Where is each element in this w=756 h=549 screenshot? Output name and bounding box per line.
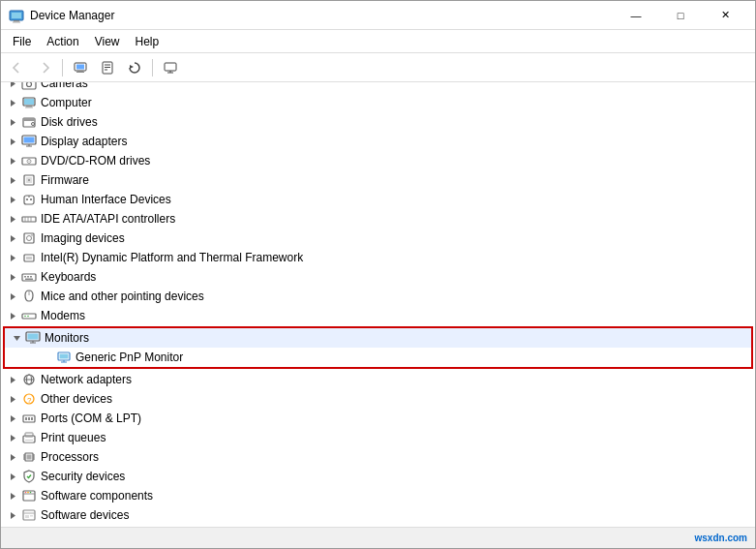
back-button[interactable]	[5, 57, 30, 78]
expand-icon-firmware	[5, 172, 20, 188]
label-ports: Ports (COM & LPT)	[41, 412, 141, 425]
label-software-components: Software components	[41, 489, 153, 503]
svg-rect-38	[24, 137, 35, 143]
svg-marker-45	[11, 177, 15, 184]
tree-item-ports[interactable]: Ports (COM & LPT)	[1, 409, 755, 428]
svg-rect-2	[14, 20, 19, 22]
tree-item-intel[interactable]: Intel(R) Dynamic Platform and Thermal Fr…	[1, 248, 755, 267]
expand-icon-computer	[5, 95, 20, 110]
label-computer: Computer	[41, 96, 92, 109]
icon-processors	[21, 449, 37, 465]
display-button[interactable]	[158, 57, 183, 78]
svg-point-119	[30, 492, 32, 494]
tree-item-generic-monitor[interactable]: Generic PnP Monitor	[5, 348, 751, 367]
expand-icon-modems	[5, 308, 20, 323]
svg-marker-36	[11, 138, 15, 145]
icon-generic-monitor	[56, 350, 72, 365]
svg-rect-65	[26, 257, 32, 259]
svg-rect-84	[60, 354, 69, 359]
svg-rect-24	[22, 82, 36, 89]
icon-security	[21, 469, 37, 484]
toolbar	[1, 53, 755, 82]
svg-rect-3	[13, 21, 20, 22]
expand-icon-hid	[5, 192, 20, 207]
tree-item-display[interactable]: Display adapters	[1, 132, 755, 151]
expand-icon-imaging	[5, 230, 20, 246]
close-button[interactable]: ✕	[703, 1, 747, 30]
label-software-devices: Software devices	[41, 508, 129, 522]
tree-item-security[interactable]: Security devices	[1, 467, 755, 486]
tree-item-network[interactable]: Network adapters	[1, 370, 755, 389]
tree-item-firmware[interactable]: Firmware	[1, 170, 755, 190]
svg-rect-71	[25, 279, 33, 281]
icon-disk	[21, 114, 37, 130]
svg-marker-113	[11, 473, 15, 480]
label-modems: Modems	[41, 309, 85, 322]
svg-point-117	[25, 492, 27, 494]
tree-item-mice[interactable]: Mice and other pointing devices	[1, 287, 755, 306]
icon-dvd	[21, 153, 37, 168]
expand-icon-dvd	[5, 153, 20, 168]
svg-marker-27	[11, 100, 15, 107]
tree-item-monitors[interactable]: Monitors	[5, 328, 751, 348]
window-title: Device Manager	[30, 9, 614, 22]
minimize-button[interactable]: —	[614, 1, 658, 30]
svg-rect-55	[22, 217, 36, 222]
svg-rect-80	[28, 334, 39, 340]
svg-marker-63	[11, 255, 15, 261]
svg-rect-13	[165, 63, 176, 71]
svg-rect-70	[30, 276, 32, 278]
tree-item-hid[interactable]: Human Interface Devices	[1, 190, 755, 209]
svg-point-44	[29, 161, 30, 162]
expand-icon-software-devices	[5, 507, 20, 523]
svg-marker-91	[11, 396, 15, 403]
tree-item-imaging[interactable]: Imaging devices	[1, 229, 755, 248]
svg-marker-99	[11, 435, 15, 442]
svg-rect-123	[25, 515, 29, 518]
tree-item-other[interactable]: ?Other devices	[1, 389, 755, 409]
maximize-button[interactable]: □	[658, 1, 703, 30]
menu-view[interactable]: View	[87, 33, 128, 50]
svg-point-62	[31, 234, 33, 236]
svg-point-52	[26, 198, 28, 200]
label-intel: Intel(R) Dynamic Platform and Thermal Fr…	[41, 251, 303, 264]
icon-network	[21, 372, 37, 387]
expand-icon-display	[5, 134, 20, 149]
tree-item-computer[interactable]: Computer	[1, 93, 755, 112]
refresh-button[interactable]	[122, 57, 147, 78]
tree-item-disk[interactable]: Disk drives	[1, 112, 755, 132]
svg-rect-75	[22, 314, 36, 319]
tree-item-keyboards[interactable]: Keyboards	[1, 267, 755, 287]
menu-file[interactable]: File	[5, 33, 39, 50]
label-security: Security devices	[41, 470, 125, 483]
icon-other: ?	[21, 391, 37, 407]
tree-item-dvd[interactable]: DVD/CD-ROM drives	[1, 151, 755, 170]
status-logo: wsxdn.com	[695, 533, 747, 543]
toolbar-separator-1	[62, 59, 63, 76]
expand-icon-disk	[5, 114, 20, 130]
icon-mice	[21, 289, 37, 304]
tree-item-processors[interactable]: Processors	[1, 447, 755, 467]
device-tree[interactable]: Audio inputs and outputsBatteriesBluetoo…	[1, 82, 755, 527]
menu-help[interactable]: Help	[128, 33, 167, 50]
computer-button[interactable]	[68, 57, 93, 78]
svg-rect-96	[25, 417, 27, 420]
svg-rect-97	[28, 417, 30, 420]
svg-marker-72	[11, 293, 15, 300]
expand-icon-cameras	[5, 82, 20, 91]
tree-item-ide[interactable]: IDE ATA/ATAPI controllers	[1, 209, 755, 229]
tree-item-print[interactable]: Print queues	[1, 428, 755, 447]
tree-item-modems[interactable]: Modems	[1, 306, 755, 325]
svg-point-118	[27, 492, 29, 494]
tree-item-software-components[interactable]: Software components	[1, 486, 755, 505]
svg-marker-87	[11, 377, 15, 383]
svg-rect-124	[30, 515, 33, 517]
forward-button[interactable]	[32, 57, 57, 78]
svg-marker-54	[11, 216, 15, 223]
expand-icon-monitors	[9, 330, 24, 346]
properties-button[interactable]	[95, 57, 120, 78]
menu-action[interactable]: Action	[39, 33, 86, 50]
tree-item-software-devices[interactable]: Software devices	[1, 505, 755, 525]
window-controls: — □ ✕	[614, 1, 747, 30]
tree-item-cameras[interactable]: Cameras	[1, 82, 755, 93]
